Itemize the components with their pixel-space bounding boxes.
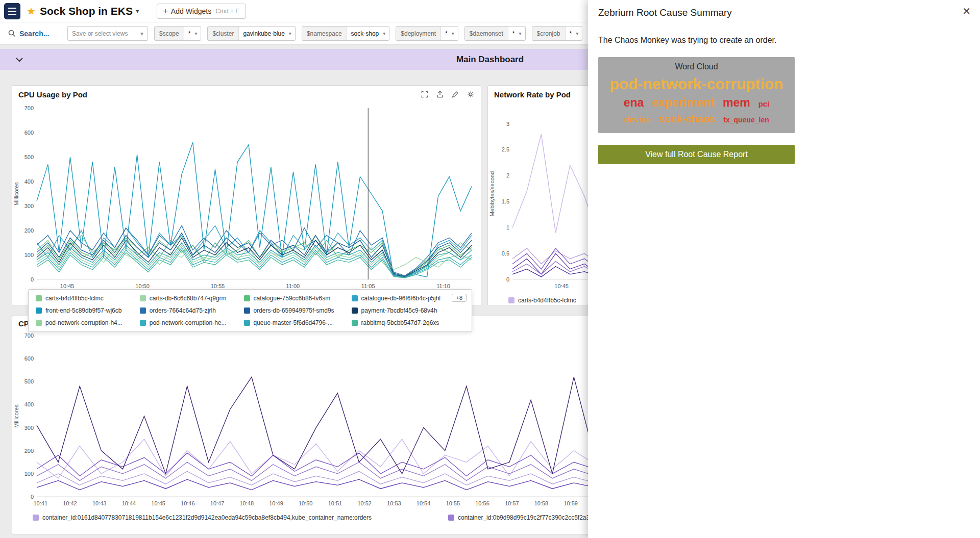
chevron-down-icon: ▾ (383, 27, 389, 40)
filter-daemonset[interactable]: $daemonset*▾ (464, 26, 526, 41)
legend-item[interactable]: catalogue-759cc6b86-tv6sm (244, 295, 334, 302)
word-cloud: Word Cloud pod-network-corruptionenaexpe… (598, 57, 795, 133)
filter-deployment[interactable]: $deployment*▾ (396, 26, 458, 41)
legend-label: carts-db-6c6c68b747-q9grm (150, 295, 227, 302)
chevron-down-icon: ▾ (140, 30, 143, 37)
legend-swatch (36, 308, 42, 314)
filter-chips: $scope*▾$clustergavinkube-blue▾$namespac… (154, 26, 582, 41)
page-title[interactable]: Sock Shop in EKS (40, 5, 133, 17)
filter-variable-name: $cluster (208, 27, 239, 40)
legend-label: catalogue-759cc6b86-tv6sm (254, 295, 331, 302)
legend-item[interactable]: payment-7bcdbf45c9-68v4h (352, 307, 440, 314)
legend-label: front-end-5c89db9f57-wj6cb (45, 307, 121, 314)
search-input[interactable]: Search... (8, 30, 61, 38)
legend-item[interactable]: rabbitmq-5bcbb547d7-2q6xs (352, 319, 440, 326)
word-cloud-line: enaexperimentmempci (602, 97, 791, 109)
word-cloud-line: pod-network-corruption (602, 76, 791, 92)
word-cloud-word: pod-network-corruption (610, 76, 783, 92)
filter-cluster[interactable]: $clustergavinkube-blue▾ (207, 26, 295, 41)
svg-text:2.5: 2.5 (502, 146, 509, 152)
add-widgets-label: Add Widgets (171, 7, 211, 15)
svg-text:10:55: 10:55 (446, 500, 460, 506)
svg-text:700: 700 (24, 105, 34, 111)
legend-label: pod-network-corruption-h4... (45, 319, 122, 326)
svg-text:500: 500 (24, 378, 34, 385)
legend-more-badge[interactable]: +8 (452, 294, 467, 302)
chevron-down-icon: ▾ (519, 27, 525, 40)
hamburger-menu-icon[interactable] (4, 3, 20, 19)
svg-text:1.5: 1.5 (502, 198, 509, 204)
filter-cronjob[interactable]: $cronjob*▾ (532, 26, 583, 41)
chevron-down-icon[interactable]: ▾ (136, 7, 139, 15)
add-widgets-button[interactable]: + Add Widgets Cmd + E (157, 4, 247, 19)
legend-swatch (244, 320, 250, 326)
export-icon[interactable] (436, 90, 444, 98)
legend-label: payment-7bcdbf45c9-68v4h (361, 307, 437, 314)
legend-item[interactable]: carts-b4d4ffb5c-lclmc (508, 297, 576, 304)
svg-text:11:05: 11:05 (361, 283, 375, 289)
svg-text:200: 200 (24, 448, 34, 454)
svg-text:10:41: 10:41 (33, 500, 47, 506)
svg-text:10:57: 10:57 (505, 500, 519, 506)
svg-text:10:59: 10:59 (564, 500, 578, 506)
legend-item[interactable]: queue-master-5f6d6d4796-... (244, 319, 334, 326)
legend-swatch (352, 295, 358, 301)
svg-text:10:50: 10:50 (299, 500, 313, 506)
svg-text:1: 1 (506, 224, 509, 230)
chevron-down-icon: ▾ (194, 27, 201, 40)
favorite-star-icon[interactable]: ★ (27, 5, 36, 17)
legend-swatch (448, 515, 454, 521)
svg-text:11:10: 11:10 (436, 283, 450, 289)
views-select[interactable]: Save or select views ▾ (67, 26, 148, 41)
legend-label: orders-7664c64d75-zjrlh (150, 307, 216, 314)
svg-text:10:42: 10:42 (63, 500, 77, 506)
filter-namespace[interactable]: $namespacesock-shop▾ (302, 26, 389, 41)
legend-label: rabbitmq-5bcbb547d7-2q6xs (361, 319, 439, 326)
cpu-usage-widget: CPU Usage by Pod 0100200300400500600700M… (12, 85, 481, 306)
filter-value: * (184, 27, 195, 40)
svg-text:0: 0 (506, 276, 509, 283)
legend-label: queue-master-5f6d6d4796-... (254, 319, 333, 326)
svg-text:10:45: 10:45 (554, 283, 569, 289)
svg-text:400: 400 (24, 401, 34, 407)
close-icon[interactable]: ✕ (962, 5, 971, 17)
cpu-usage-chart[interactable]: 0100200300400500600700Millicores10:4510:… (12, 103, 476, 292)
collapse-chevron-icon[interactable] (15, 57, 23, 62)
svg-text:10:55: 10:55 (211, 283, 225, 289)
legend-label: carts-b4d4ffb5c-lclmc (518, 297, 576, 304)
svg-text:500: 500 (24, 154, 34, 160)
svg-text:10:48: 10:48 (240, 500, 254, 506)
legend-label: carts-b4d4ffb5c-lclmc (45, 295, 104, 302)
svg-text:10:56: 10:56 (475, 500, 489, 506)
edit-pencil-icon[interactable] (451, 90, 459, 98)
widget-title: CP (18, 319, 29, 328)
svg-text:0.5: 0.5 (502, 250, 509, 257)
view-root-cause-report-button[interactable]: View full Root Cause Report (598, 145, 795, 164)
svg-text:10:50: 10:50 (135, 283, 150, 289)
legend-swatch (352, 320, 358, 326)
svg-text:600: 600 (24, 355, 34, 362)
word-cloud-word: experiment (652, 97, 715, 109)
filter-scope[interactable]: $scope*▾ (154, 26, 201, 41)
legend-item[interactable]: pod-network-corruption-he... (140, 319, 227, 326)
search-label: Search... (19, 30, 49, 38)
legend-item[interactable]: container_id:0161d8407783071819811b154e6… (33, 514, 372, 521)
filter-variable-name: $daemonset (465, 27, 508, 40)
plus-icon: + (163, 7, 168, 16)
legend-item[interactable]: orders-db-659949975f-smd9s (244, 307, 334, 314)
filter-value: * (508, 27, 519, 40)
legend-item[interactable]: carts-db-6c6c68b747-q9grm (140, 295, 227, 302)
svg-text:10:44: 10:44 (122, 500, 136, 506)
legend-item[interactable]: front-end-5c89db9f57-wj6cb (36, 307, 122, 314)
gear-icon[interactable] (467, 90, 475, 98)
filter-variable-name: $scope (155, 27, 184, 40)
word-cloud-word: mem (723, 97, 750, 109)
legend-item[interactable]: catalogue-db-96f6f6b4c-p5jhl (352, 295, 440, 302)
legend-item[interactable]: pod-network-corruption-h4... (36, 319, 122, 326)
expand-icon[interactable] (421, 90, 429, 98)
views-placeholder: Save or select views (72, 30, 128, 37)
keyboard-shortcut: Cmd + E (215, 8, 239, 15)
legend-item[interactable]: orders-7664c64d75-zjrlh (140, 307, 227, 314)
legend-item[interactable]: carts-b4d4ffb5c-lclmc (36, 295, 122, 302)
svg-text:100: 100 (24, 252, 34, 258)
